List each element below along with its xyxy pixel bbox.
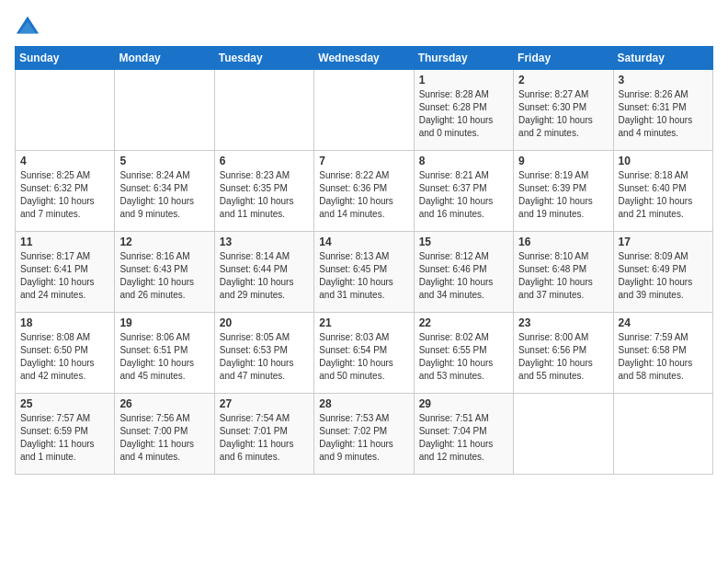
calendar-cell: 5Sunrise: 8:24 AM Sunset: 6:34 PM Daylig… [115,151,214,232]
day-number: 25 [20,397,109,410]
day-info: Sunrise: 8:28 AM Sunset: 6:28 PM Dayligh… [419,88,508,140]
day-info: Sunrise: 8:12 AM Sunset: 6:46 PM Dayligh… [419,250,508,302]
day-number: 4 [20,155,109,167]
day-info: Sunrise: 8:26 AM Sunset: 6:31 PM Dayligh… [619,88,708,140]
day-info: Sunrise: 8:08 AM Sunset: 6:50 PM Dayligh… [20,331,109,383]
day-info: Sunrise: 8:13 AM Sunset: 6:45 PM Dayligh… [319,250,408,302]
day-number: 21 [319,316,408,329]
day-info: Sunrise: 8:22 AM Sunset: 6:36 PM Dayligh… [319,169,408,221]
day-info: Sunrise: 7:51 AM Sunset: 7:04 PM Dayligh… [419,412,508,464]
day-number: 11 [20,236,109,248]
calendar-cell: 21Sunrise: 8:03 AM Sunset: 6:54 PM Dayli… [314,313,414,394]
calendar-cell: 26Sunrise: 7:56 AM Sunset: 7:00 PM Dayli… [115,394,214,475]
day-number: 10 [619,155,708,167]
calendar-cell: 13Sunrise: 8:14 AM Sunset: 6:44 PM Dayli… [214,232,313,313]
day-number: 20 [220,316,309,329]
logo [15,15,44,40]
day-info: Sunrise: 8:25 AM Sunset: 6:32 PM Dayligh… [20,169,109,221]
day-number: 9 [518,155,608,167]
day-number: 2 [518,74,608,86]
calendar-cell: 16Sunrise: 8:10 AM Sunset: 6:48 PM Dayli… [514,232,613,313]
calendar-cell: 27Sunrise: 7:54 AM Sunset: 7:01 PM Dayli… [214,394,313,475]
calendar-week-row: 11Sunrise: 8:17 AM Sunset: 6:41 PM Dayli… [16,232,713,313]
day-number: 26 [119,397,209,410]
calendar-cell: 12Sunrise: 8:16 AM Sunset: 6:43 PM Dayli… [115,232,214,313]
calendar-week-row: 4Sunrise: 8:25 AM Sunset: 6:32 PM Daylig… [16,151,713,232]
day-info: Sunrise: 7:53 AM Sunset: 7:02 PM Dayligh… [319,412,408,464]
day-info: Sunrise: 8:21 AM Sunset: 6:37 PM Dayligh… [419,169,508,221]
day-header-friday: Friday [514,47,613,70]
calendar-cell: 7Sunrise: 8:22 AM Sunset: 6:36 PM Daylig… [314,151,414,232]
day-info: Sunrise: 8:19 AM Sunset: 6:39 PM Dayligh… [518,169,608,221]
calendar-cell: 29Sunrise: 7:51 AM Sunset: 7:04 PM Dayli… [414,394,513,475]
calendar-cell: 17Sunrise: 8:09 AM Sunset: 6:49 PM Dayli… [613,232,712,313]
day-number: 23 [518,316,608,329]
day-number: 14 [319,236,408,248]
day-header-tuesday: Tuesday [214,47,313,70]
calendar-cell: 20Sunrise: 8:05 AM Sunset: 6:53 PM Dayli… [214,313,313,394]
day-number: 17 [619,236,708,248]
day-info: Sunrise: 7:56 AM Sunset: 7:00 PM Dayligh… [119,412,209,464]
calendar-cell: 15Sunrise: 8:12 AM Sunset: 6:46 PM Dayli… [414,232,513,313]
day-number: 12 [119,236,209,248]
calendar-week-row: 25Sunrise: 7:57 AM Sunset: 6:59 PM Dayli… [16,394,713,475]
day-info: Sunrise: 8:02 AM Sunset: 6:55 PM Dayligh… [419,331,508,383]
day-info: Sunrise: 8:09 AM Sunset: 6:49 PM Dayligh… [619,250,708,302]
calendar-cell: 24Sunrise: 7:59 AM Sunset: 6:58 PM Dayli… [613,313,712,394]
day-info: Sunrise: 8:23 AM Sunset: 6:35 PM Dayligh… [220,169,309,221]
calendar-cell: 9Sunrise: 8:19 AM Sunset: 6:39 PM Daylig… [514,151,613,232]
calendar-cell [314,70,414,151]
day-number: 27 [220,397,309,410]
day-info: Sunrise: 8:16 AM Sunset: 6:43 PM Dayligh… [119,250,209,302]
calendar-cell: 10Sunrise: 8:18 AM Sunset: 6:40 PM Dayli… [613,151,712,232]
calendar-header-row: SundayMondayTuesdayWednesdayThursdayFrid… [16,47,713,70]
calendar-cell [115,70,214,151]
calendar-cell: 14Sunrise: 8:13 AM Sunset: 6:45 PM Dayli… [314,232,414,313]
calendar-cell [613,394,712,475]
calendar-week-row: 18Sunrise: 8:08 AM Sunset: 6:50 PM Dayli… [16,313,713,394]
day-number: 24 [619,316,708,329]
day-header-monday: Monday [115,47,214,70]
day-info: Sunrise: 8:10 AM Sunset: 6:48 PM Dayligh… [518,250,608,302]
day-info: Sunrise: 8:05 AM Sunset: 6:53 PM Dayligh… [220,331,309,383]
calendar-cell: 25Sunrise: 7:57 AM Sunset: 6:59 PM Dayli… [16,394,115,475]
day-number: 28 [319,397,408,410]
logo-icon [15,15,40,40]
day-header-sunday: Sunday [16,47,115,70]
calendar-cell: 2Sunrise: 8:27 AM Sunset: 6:30 PM Daylig… [514,70,613,151]
day-info: Sunrise: 7:59 AM Sunset: 6:58 PM Dayligh… [619,331,708,383]
calendar-cell: 3Sunrise: 8:26 AM Sunset: 6:31 PM Daylig… [613,70,712,151]
calendar-cell: 19Sunrise: 8:06 AM Sunset: 6:51 PM Dayli… [115,313,214,394]
calendar-cell: 11Sunrise: 8:17 AM Sunset: 6:41 PM Dayli… [16,232,115,313]
day-header-saturday: Saturday [613,47,712,70]
calendar-cell [214,70,313,151]
day-number: 6 [220,155,309,167]
day-number: 8 [419,155,508,167]
calendar-week-row: 1Sunrise: 8:28 AM Sunset: 6:28 PM Daylig… [16,70,713,151]
day-number: 5 [119,155,209,167]
day-number: 18 [20,316,109,329]
day-number: 15 [419,236,508,248]
day-header-thursday: Thursday [414,47,513,70]
day-info: Sunrise: 8:27 AM Sunset: 6:30 PM Dayligh… [518,88,608,140]
calendar-cell: 22Sunrise: 8:02 AM Sunset: 6:55 PM Dayli… [414,313,513,394]
calendar-cell [514,394,613,475]
calendar-cell: 18Sunrise: 8:08 AM Sunset: 6:50 PM Dayli… [16,313,115,394]
day-number: 16 [518,236,608,248]
calendar-cell [16,70,115,151]
calendar-cell: 6Sunrise: 8:23 AM Sunset: 6:35 PM Daylig… [214,151,313,232]
calendar-cell: 4Sunrise: 8:25 AM Sunset: 6:32 PM Daylig… [16,151,115,232]
day-info: Sunrise: 8:00 AM Sunset: 6:56 PM Dayligh… [518,331,608,383]
calendar-table: SundayMondayTuesdayWednesdayThursdayFrid… [15,46,713,475]
day-info: Sunrise: 7:57 AM Sunset: 6:59 PM Dayligh… [20,412,109,464]
day-number: 29 [419,397,508,410]
day-number: 13 [220,236,309,248]
day-info: Sunrise: 8:17 AM Sunset: 6:41 PM Dayligh… [20,250,109,302]
calendar-cell: 28Sunrise: 7:53 AM Sunset: 7:02 PM Dayli… [314,394,414,475]
day-number: 1 [419,74,508,86]
day-info: Sunrise: 8:18 AM Sunset: 6:40 PM Dayligh… [619,169,708,221]
day-info: Sunrise: 8:14 AM Sunset: 6:44 PM Dayligh… [220,250,309,302]
day-number: 19 [119,316,209,329]
day-number: 22 [419,316,508,329]
calendar-cell: 23Sunrise: 8:00 AM Sunset: 6:56 PM Dayli… [514,313,613,394]
